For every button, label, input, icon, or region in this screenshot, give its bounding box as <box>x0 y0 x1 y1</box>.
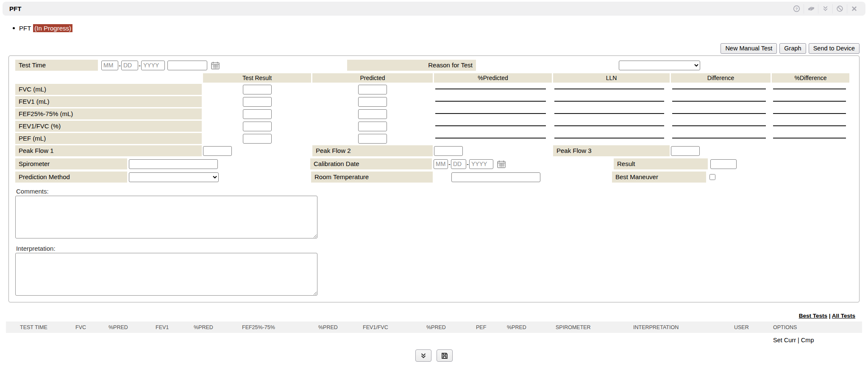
reason-for-test-select[interactable] <box>619 61 700 70</box>
fef-lln-cell <box>553 108 670 119</box>
measurements-grid: Test Result Predicted %Predicted LLN Dif… <box>15 73 853 156</box>
test-time-month-input[interactable] <box>101 61 118 70</box>
value-underline <box>672 133 766 139</box>
date-separator: - <box>467 161 469 168</box>
room-temperature-input[interactable] <box>451 172 540 182</box>
fev1-test-result-input[interactable] <box>243 97 272 107</box>
list-col-spirometer: SPIROMETER <box>556 324 633 330</box>
graph-button[interactable]: Graph <box>779 43 806 54</box>
status-badge: (In Progress) <box>33 24 72 32</box>
fef-predicted-input[interactable] <box>358 109 387 119</box>
collapse-icon[interactable] <box>818 4 832 14</box>
calibration-year-input[interactable] <box>469 159 493 169</box>
fev1fvc-test-result-input[interactable] <box>243 122 272 131</box>
page-title: PFT <box>9 5 21 12</box>
fev1fvc-predicted-input[interactable] <box>358 122 387 131</box>
block-icon[interactable] <box>832 4 847 14</box>
fef-difference-cell <box>671 108 771 119</box>
value-underline <box>672 108 766 114</box>
save-icon <box>441 352 448 359</box>
cmp-link[interactable]: Cmp <box>801 337 814 344</box>
fev1fvc-pct-difference-cell <box>772 121 849 132</box>
prediction-method-select[interactable] <box>129 172 219 182</box>
help-icon[interactable]: ? <box>789 4 804 14</box>
pef-test-result-cell <box>203 133 311 144</box>
toolbar: New Manual Test Graph Send to Device <box>0 43 860 54</box>
list-col-pct-pred-4: %PRED <box>426 324 476 330</box>
fef-pct-difference-cell <box>772 108 849 119</box>
value-underline <box>554 133 664 139</box>
result-input[interactable] <box>710 159 737 169</box>
status-line: PFT (In Progress) <box>13 24 868 32</box>
value-underline <box>672 121 766 126</box>
test-time-label: Test Time <box>15 60 98 71</box>
fvc-predicted-input[interactable] <box>358 85 387 94</box>
peak-flow-3-label: Peak Flow 3 <box>553 145 670 156</box>
book-icon[interactable] <box>804 4 818 14</box>
test-time-year-input[interactable] <box>141 61 165 70</box>
fev1-predicted-input[interactable] <box>358 97 387 107</box>
best-maneuver-checkbox[interactable] <box>709 174 715 180</box>
fev1-pct-predicted-cell <box>434 96 552 107</box>
new-manual-test-button[interactable]: New Manual Test <box>721 43 777 54</box>
row-label-pef: PEF (mL) <box>15 133 202 144</box>
fev1fvc-predicted-cell <box>312 121 433 132</box>
calibration-day-input[interactable] <box>451 159 466 169</box>
bullet-icon <box>13 27 15 29</box>
status-item-label[interactable]: PFT <box>19 25 31 32</box>
send-to-device-button[interactable]: Send to Device <box>809 43 860 54</box>
test-time-row: Test Time - - Reason for Test <box>15 60 853 71</box>
col-header-pct-difference: %Difference <box>772 73 849 83</box>
pef-pct-predicted-cell <box>434 133 552 144</box>
peak-flow-3-cell <box>671 145 771 156</box>
collapse-button[interactable] <box>415 349 431 362</box>
value-underline <box>435 84 546 89</box>
fev1-test-result-cell <box>203 96 311 107</box>
fef-predicted-cell <box>312 108 433 119</box>
fvc-lln-cell <box>553 84 670 95</box>
spirometer-input[interactable] <box>129 159 218 169</box>
calendar-icon[interactable] <box>211 61 220 70</box>
value-underline <box>773 133 846 139</box>
peak-flow-2-input[interactable] <box>434 146 463 156</box>
list-col-fev1: FEV1 <box>156 324 194 330</box>
interpretation-textarea[interactable] <box>15 253 317 296</box>
pef-test-result-input[interactable] <box>243 134 272 144</box>
titlebar: PFT ? <box>3 2 865 16</box>
all-tests-link[interactable]: All Tests <box>832 313 855 319</box>
titlebar-icons: ? <box>789 4 861 14</box>
row-label-fvc: FVC (mL) <box>15 84 202 95</box>
pef-predicted-input[interactable] <box>358 134 387 144</box>
test-time-date-group: - - <box>101 61 220 70</box>
peak-flow-3-input[interactable] <box>671 146 700 156</box>
fev1-lln-cell <box>553 96 670 107</box>
fvc-difference-cell <box>671 84 771 95</box>
fef-test-result-input[interactable] <box>243 109 272 119</box>
fvc-predicted-cell <box>312 84 433 95</box>
set-curr-link[interactable]: Set Curr <box>773 337 796 344</box>
fef-pct-predicted-cell <box>434 108 552 119</box>
calendar-icon[interactable] <box>497 160 506 169</box>
row-label-fef25-75: FEF25%-75% (mL) <box>15 108 202 119</box>
save-button[interactable] <box>437 349 453 362</box>
peak-flow-1-input[interactable] <box>203 146 232 156</box>
col-header-lln: LLN <box>553 73 670 83</box>
comments-textarea[interactable] <box>15 196 317 238</box>
best-maneuver-label: Best Maneuver <box>612 172 706 183</box>
pef-pct-difference-cell <box>772 133 849 144</box>
list-col-pct-pred-5: %PRED <box>507 324 556 330</box>
list-col-pct-pred-3: %PRED <box>318 324 363 330</box>
list-col-test-time: TEST TIME <box>6 324 75 330</box>
fvc-test-result-input[interactable] <box>243 85 272 94</box>
test-time-day-input[interactable] <box>121 61 138 70</box>
col-header-difference: Difference <box>671 73 771 83</box>
best-tests-link[interactable]: Best Tests <box>799 313 827 319</box>
list-col-fvc: FVC <box>75 324 108 330</box>
close-icon[interactable] <box>847 4 861 14</box>
row-label-fev1: FEV1 (mL) <box>15 96 202 107</box>
result-label: Result <box>614 158 708 169</box>
peak-flow-1-cell <box>203 145 311 156</box>
calibration-month-input[interactable] <box>434 159 448 169</box>
test-time-time-input[interactable] <box>167 61 207 70</box>
spirometer-label: Spirometer <box>15 158 127 169</box>
